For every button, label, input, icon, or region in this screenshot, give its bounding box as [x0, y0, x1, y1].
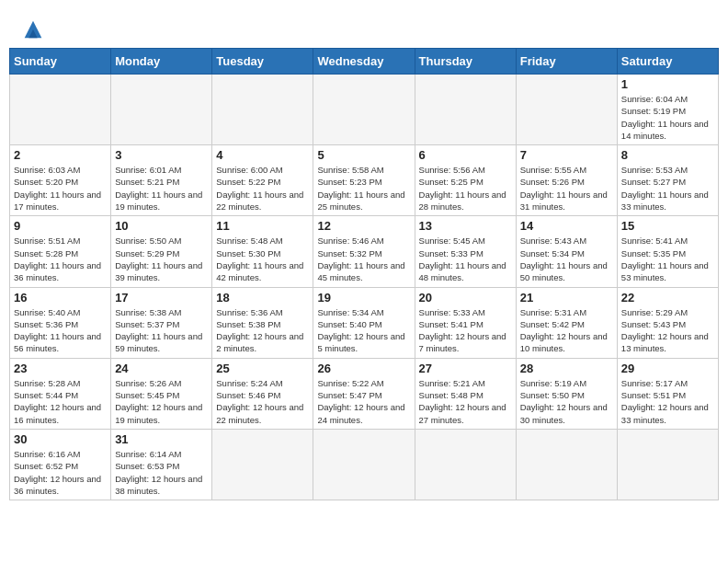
day-cell: 27Sunrise: 5:21 AM Sunset: 5:48 PM Dayli… — [415, 358, 516, 429]
day-cell: 7Sunrise: 5:55 AM Sunset: 5:26 PM Daylig… — [516, 145, 617, 216]
day-info: Sunrise: 5:41 AM Sunset: 5:35 PM Dayligh… — [621, 235, 714, 283]
day-cell: 30Sunrise: 6:16 AM Sunset: 6:52 PM Dayli… — [10, 429, 111, 500]
day-cell — [212, 75, 313, 145]
logo — [18, 17, 46, 42]
day-number: 26 — [317, 362, 410, 375]
day-cell — [212, 429, 313, 500]
week-row-6: 30Sunrise: 6:16 AM Sunset: 6:52 PM Dayli… — [10, 429, 719, 500]
day-info: Sunrise: 5:24 AM Sunset: 5:46 PM Dayligh… — [216, 377, 309, 426]
day-cell: 10Sunrise: 5:50 AM Sunset: 5:29 PM Dayli… — [111, 216, 212, 287]
day-cell: 16Sunrise: 5:40 AM Sunset: 5:36 PM Dayli… — [10, 287, 111, 358]
day-cell: 12Sunrise: 5:46 AM Sunset: 5:32 PM Dayli… — [313, 216, 415, 287]
day-info: Sunrise: 5:28 AM Sunset: 5:44 PM Dayligh… — [14, 377, 107, 426]
day-info: Sunrise: 5:38 AM Sunset: 5:37 PM Dayligh… — [115, 306, 208, 355]
week-row-5: 23Sunrise: 5:28 AM Sunset: 5:44 PM Dayli… — [10, 358, 719, 429]
day-number: 29 — [621, 362, 714, 375]
day-cell: 8Sunrise: 5:53 AM Sunset: 5:27 PM Daylig… — [617, 145, 718, 216]
day-info: Sunrise: 5:56 AM Sunset: 5:25 PM Dayligh… — [419, 164, 512, 213]
week-row-1: 1Sunrise: 6:04 AM Sunset: 5:19 PM Daylig… — [10, 75, 719, 145]
day-info: Sunrise: 5:31 AM Sunset: 5:42 PM Dayligh… — [520, 306, 613, 355]
day-info: Sunrise: 5:26 AM Sunset: 5:45 PM Dayligh… — [115, 377, 208, 426]
day-number: 25 — [216, 362, 309, 375]
day-cell — [10, 75, 111, 145]
day-cell — [516, 429, 617, 500]
day-number: 30 — [14, 432, 107, 446]
day-cell: 6Sunrise: 5:56 AM Sunset: 5:25 PM Daylig… — [415, 145, 516, 216]
day-info: Sunrise: 5:36 AM Sunset: 5:38 PM Dayligh… — [216, 306, 309, 355]
day-cell: 9Sunrise: 5:51 AM Sunset: 5:28 PM Daylig… — [10, 216, 111, 287]
day-number: 8 — [621, 148, 714, 162]
day-number: 2 — [14, 148, 107, 162]
day-number: 13 — [419, 219, 512, 233]
day-cell: 11Sunrise: 5:48 AM Sunset: 5:30 PM Dayli… — [212, 216, 313, 287]
day-number: 20 — [419, 291, 512, 304]
day-number: 18 — [216, 291, 309, 304]
weekday-monday: Monday — [111, 49, 212, 75]
day-info: Sunrise: 5:51 AM Sunset: 5:28 PM Dayligh… — [14, 235, 107, 283]
day-number: 31 — [115, 432, 208, 446]
day-info: Sunrise: 5:40 AM Sunset: 5:36 PM Dayligh… — [14, 306, 107, 355]
day-cell: 26Sunrise: 5:22 AM Sunset: 5:47 PM Dayli… — [313, 358, 415, 429]
weekday-friday: Friday — [516, 49, 617, 75]
day-cell — [617, 429, 718, 500]
day-number: 6 — [419, 148, 512, 162]
day-cell — [516, 75, 617, 145]
day-cell: 20Sunrise: 5:33 AM Sunset: 5:41 PM Dayli… — [415, 287, 516, 358]
day-number: 17 — [115, 291, 208, 304]
day-cell: 23Sunrise: 5:28 AM Sunset: 5:44 PM Dayli… — [10, 358, 111, 429]
day-cell — [313, 75, 415, 145]
weekday-saturday: Saturday — [617, 49, 718, 75]
day-number: 5 — [317, 148, 410, 162]
day-cell: 18Sunrise: 5:36 AM Sunset: 5:38 PM Dayli… — [212, 287, 313, 358]
day-cell: 1Sunrise: 6:04 AM Sunset: 5:19 PM Daylig… — [617, 75, 718, 145]
day-cell: 4Sunrise: 6:00 AM Sunset: 5:22 PM Daylig… — [212, 145, 313, 216]
day-info: Sunrise: 6:16 AM Sunset: 6:52 PM Dayligh… — [14, 448, 107, 497]
day-number: 21 — [520, 291, 613, 304]
day-number: 11 — [216, 219, 309, 233]
day-number: 24 — [115, 362, 208, 375]
weekday-header-row: SundayMondayTuesdayWednesdayThursdayFrid… — [10, 49, 719, 75]
day-info: Sunrise: 5:22 AM Sunset: 5:47 PM Dayligh… — [317, 377, 410, 426]
day-info: Sunrise: 5:21 AM Sunset: 5:48 PM Dayligh… — [419, 377, 512, 426]
day-info: Sunrise: 5:43 AM Sunset: 5:34 PM Dayligh… — [520, 235, 613, 283]
day-info: Sunrise: 5:58 AM Sunset: 5:23 PM Dayligh… — [317, 164, 410, 213]
day-cell: 14Sunrise: 5:43 AM Sunset: 5:34 PM Dayli… — [516, 216, 617, 287]
day-cell: 22Sunrise: 5:29 AM Sunset: 5:43 PM Dayli… — [617, 287, 718, 358]
day-cell: 21Sunrise: 5:31 AM Sunset: 5:42 PM Dayli… — [516, 287, 617, 358]
day-info: Sunrise: 6:00 AM Sunset: 5:22 PM Dayligh… — [216, 164, 309, 213]
day-number: 12 — [317, 219, 410, 233]
day-cell: 25Sunrise: 5:24 AM Sunset: 5:46 PM Dayli… — [212, 358, 313, 429]
day-info: Sunrise: 6:01 AM Sunset: 5:21 PM Dayligh… — [115, 164, 208, 213]
weekday-thursday: Thursday — [415, 49, 516, 75]
day-cell: 28Sunrise: 5:19 AM Sunset: 5:50 PM Dayli… — [516, 358, 617, 429]
day-number: 10 — [115, 219, 208, 233]
week-row-2: 2Sunrise: 6:03 AM Sunset: 5:20 PM Daylig… — [10, 145, 719, 216]
day-cell: 13Sunrise: 5:45 AM Sunset: 5:33 PM Dayli… — [415, 216, 516, 287]
day-info: Sunrise: 6:14 AM Sunset: 6:53 PM Dayligh… — [115, 448, 208, 497]
day-cell: 29Sunrise: 5:17 AM Sunset: 5:51 PM Dayli… — [617, 358, 718, 429]
day-number: 28 — [520, 362, 613, 375]
day-cell: 3Sunrise: 6:01 AM Sunset: 5:21 PM Daylig… — [111, 145, 212, 216]
day-cell — [111, 75, 212, 145]
calendar-table: SundayMondayTuesdayWednesdayThursdayFrid… — [9, 48, 719, 500]
day-info: Sunrise: 6:03 AM Sunset: 5:20 PM Dayligh… — [14, 164, 107, 213]
header — [9, 9, 719, 48]
day-number: 9 — [14, 219, 107, 233]
day-number: 22 — [621, 291, 714, 304]
day-info: Sunrise: 5:48 AM Sunset: 5:30 PM Dayligh… — [216, 235, 309, 283]
day-info: Sunrise: 5:34 AM Sunset: 5:40 PM Dayligh… — [317, 306, 410, 355]
day-cell: 5Sunrise: 5:58 AM Sunset: 5:23 PM Daylig… — [313, 145, 415, 216]
day-cell: 17Sunrise: 5:38 AM Sunset: 5:37 PM Dayli… — [111, 287, 212, 358]
day-info: Sunrise: 5:53 AM Sunset: 5:27 PM Dayligh… — [621, 164, 714, 213]
day-number: 4 — [216, 148, 309, 162]
day-number: 23 — [14, 362, 107, 375]
weekday-sunday: Sunday — [10, 49, 111, 75]
weekday-wednesday: Wednesday — [313, 49, 415, 75]
day-number: 19 — [317, 291, 410, 304]
day-number: 27 — [419, 362, 512, 375]
day-info: Sunrise: 5:33 AM Sunset: 5:41 PM Dayligh… — [419, 306, 512, 355]
page: SundayMondayTuesdayWednesdayThursdayFrid… — [0, 0, 728, 510]
day-number: 3 — [115, 148, 208, 162]
day-number: 16 — [14, 291, 107, 304]
day-number: 14 — [520, 219, 613, 233]
